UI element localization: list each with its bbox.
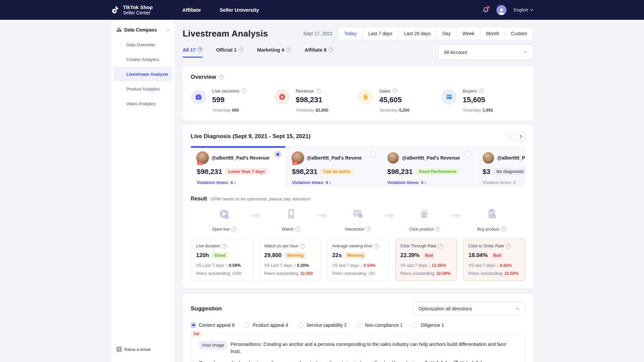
brand-line1: TikTok Shop (123, 4, 153, 10)
help-icon[interactable] (392, 88, 397, 94)
metric-title: Click-Through Rate (400, 244, 437, 248)
watch-phone-icon (283, 208, 299, 222)
radio-icon (191, 322, 196, 328)
violation-label: Violation times: 4 (387, 180, 423, 185)
funnel-step-label: Buy product (477, 227, 499, 232)
user-avatar[interactable] (496, 5, 506, 15)
category-label: Content appeal 9 (199, 322, 235, 328)
help-icon[interactable] (479, 88, 484, 94)
range-button-custom[interactable]: Custom (505, 27, 533, 40)
unhelpful-button[interactable]: Unhelpful (453, 360, 482, 362)
chevron-down-icon (530, 9, 533, 11)
violation-link[interactable]: Violation times: 4› (387, 180, 470, 185)
tiktok-logo-icon (111, 5, 120, 15)
sidebar-item-livestream-analysis[interactable]: Livestream Analysis (113, 67, 172, 81)
diagnosis-card[interactable]: @albertttt_Pad's Revenue $98,231 Good Pe… (381, 146, 476, 187)
helpful-button[interactable]: Helpful (423, 360, 446, 362)
violation-link[interactable]: Violation times: 4› (197, 180, 279, 185)
help-icon[interactable] (231, 227, 236, 232)
sidebar-section-data-compass[interactable]: Data Compass (111, 27, 174, 37)
chevron-up-icon[interactable] (166, 29, 170, 31)
diagnosis-prev-button[interactable] (505, 132, 514, 141)
funnel-step-label: Watch (282, 227, 293, 232)
violation-label: Violation times: 4 (197, 180, 233, 185)
category-radio-non-compliance[interactable]: Non-compliance 1 (357, 322, 403, 328)
tab-official-label: Official 1 (216, 47, 236, 53)
help-icon[interactable] (198, 47, 203, 52)
category-radio-content-appeal[interactable]: Content appeal 9 (191, 322, 235, 328)
range-button-last-28-days[interactable]: Last 28 days (398, 27, 436, 40)
help-icon[interactable] (222, 244, 227, 249)
nav-link-seller-university[interactable]: Seller University (220, 7, 259, 13)
current-date-label: Sept 17, 2021 (303, 31, 332, 36)
help-icon[interactable] (219, 75, 224, 80)
sidebar-item-video-analytics[interactable]: Video Analytics (113, 96, 172, 111)
conversion-funnel: Open live Watch Interaction (191, 208, 525, 232)
brand-logo[interactable]: TikTok Shop Seller Center (111, 4, 174, 15)
revenue-value: $98,231 (292, 168, 318, 176)
range-button-week[interactable]: Week (457, 27, 480, 40)
raise-a-ticket-label: Raise a ticket (124, 347, 151, 352)
peers-label: Peers outstanding: (264, 271, 299, 276)
peers-label: Peers outstanding: (332, 271, 367, 276)
tab-all[interactable]: All 17 (183, 47, 203, 58)
arrow-right-icon (250, 212, 262, 221)
sidebar-item-data-overview[interactable]: Data Overview (113, 37, 172, 52)
range-button-month[interactable]: Month (480, 27, 505, 40)
nav-link-affiliate[interactable]: Affiliate (182, 7, 201, 13)
arrow-right-icon (317, 212, 328, 221)
category-radio-service-capability[interactable]: Service capability 2 (298, 322, 347, 328)
help-icon[interactable] (328, 47, 333, 52)
help-icon[interactable] (435, 227, 440, 232)
tab-official[interactable]: Official 1 (216, 47, 244, 58)
diagnosis-radio[interactable] (466, 152, 471, 157)
help-icon[interactable] (286, 47, 291, 52)
diagnosis-card[interactable]: @albertttt_Pad's Revenue $3 No diagnosti… (477, 146, 525, 187)
range-button-day[interactable]: Day (436, 27, 457, 40)
help-icon[interactable] (300, 244, 305, 249)
unhelpful-label: Unhelpful (460, 360, 482, 362)
stat-label: Revenue (296, 88, 314, 94)
tab-affiliate[interactable]: Affiliate 8 (305, 47, 333, 58)
diagnosis-card[interactable]: @albertttt_Pad's Revenue $98,231 Lower t… (191, 146, 285, 187)
yesterday-value: $2,690 (316, 108, 328, 113)
peers-value: 100h (232, 271, 241, 276)
optimization-direction-select[interactable]: Optimization all directions (413, 302, 525, 316)
help-icon[interactable] (238, 47, 244, 52)
raise-a-ticket-button[interactable]: Raise a ticket (116, 347, 151, 352)
help-icon[interactable] (438, 244, 443, 249)
help-icon[interactable] (501, 227, 506, 232)
violation-link[interactable]: Violation times: 4› (292, 180, 375, 185)
diagnosis-next-button[interactable] (517, 132, 525, 141)
notification-bell-icon[interactable] (482, 7, 489, 13)
category-radio-product-appeal[interactable]: Product appeal 4 (245, 322, 288, 328)
tab-marketing-label: Marketing 4 (257, 47, 284, 53)
help-icon[interactable] (366, 227, 371, 232)
stat-label: Sales (379, 88, 391, 94)
help-icon[interactable] (374, 244, 379, 249)
help-icon[interactable] (241, 88, 247, 94)
diagnosis-card[interactable]: @albertttt_Pad's Revene $98,231 Can do b… (286, 146, 381, 187)
creator-handle: @albertttt_Pad's Revenue (212, 155, 270, 161)
range-button-today[interactable]: Today (338, 27, 362, 40)
help-icon[interactable] (316, 88, 321, 94)
live-diagnosis-section: Live Diagnosis (Sept 9, 2021 - Sept 15, … (183, 125, 533, 288)
thumbs-down-icon (453, 360, 458, 362)
language-selector[interactable]: English (514, 7, 533, 12)
tab-marketing[interactable]: Marketing 4 (257, 47, 291, 58)
diagnosis-radio[interactable] (275, 152, 281, 157)
creator-avatar (197, 152, 208, 164)
stat-live-sessions: Live sessions 599 Yesterday690 (191, 88, 274, 113)
top-navbar: TikTok Shop Seller Center Affiliate Sell… (0, 0, 644, 20)
diagnosis-radio[interactable] (370, 152, 376, 157)
notification-dot (487, 6, 490, 9)
sidebar-item-product-analytics[interactable]: Product Analytics (113, 81, 172, 96)
help-icon[interactable] (295, 227, 300, 232)
sidebar-item-creator-analytics[interactable]: Creator Analytics (113, 52, 172, 67)
category-radio-diligence[interactable]: Diligence 1 (413, 322, 444, 328)
range-button-last-7-days[interactable]: Last 7 days (362, 27, 398, 40)
vs-label: VS last 7 days (332, 263, 359, 268)
help-icon[interactable] (506, 244, 511, 249)
metric-card-click-to-order-rate: Click to Order Rate 18.04%Bad VS last 7 … (463, 239, 525, 281)
account-filter-select[interactable]: All Account (438, 45, 533, 60)
